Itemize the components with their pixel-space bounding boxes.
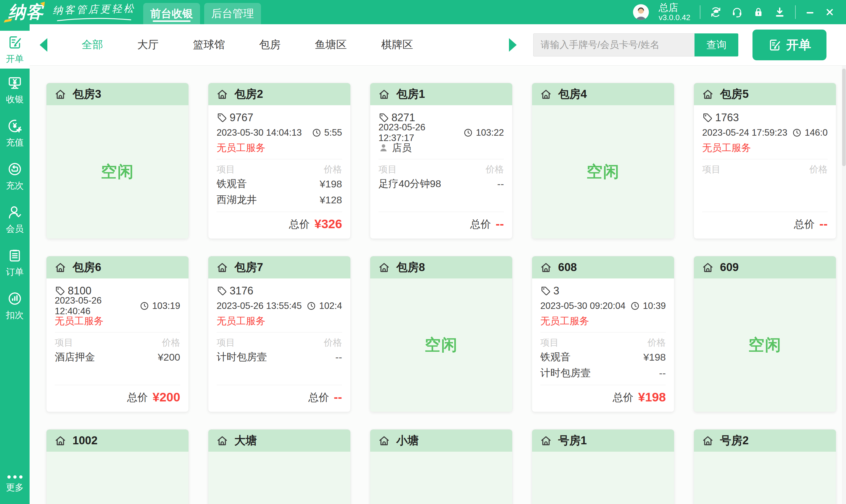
price-col-label: 价格 bbox=[324, 163, 342, 176]
sidebar-item-more[interactable]: 更多 bbox=[0, 467, 30, 502]
room-card[interactable]: 包房2 9767 2023-05-30 14:04:13 5:55 无员工服务 … bbox=[208, 83, 351, 239]
sync-icon[interactable] bbox=[710, 6, 722, 18]
category-list: 全部 大厅 篮球馆 包房 鱼塘区 棋牌区 bbox=[82, 38, 413, 52]
sidebar-item-充值[interactable]: 充值 bbox=[0, 112, 30, 155]
divider bbox=[217, 332, 342, 332]
order-item-row: 计时包房壹 -- bbox=[217, 349, 342, 365]
category-tab-全部[interactable]: 全部 bbox=[82, 38, 103, 52]
sidebar-item-会员[interactable]: 会员 bbox=[0, 198, 30, 241]
order-item-price: -- bbox=[335, 352, 342, 363]
item-col-label: 项目 bbox=[540, 336, 559, 349]
category-tab-鱼塘区[interactable]: 鱼塘区 bbox=[315, 38, 347, 52]
room-card[interactable]: 609 空闲 bbox=[694, 256, 836, 412]
item-column-headers: 项目 价格 bbox=[540, 336, 666, 349]
room-idle-body: 空闲 bbox=[694, 278, 836, 412]
category-tab-大厅[interactable]: 大厅 bbox=[137, 38, 159, 52]
home-icon bbox=[378, 434, 390, 447]
category-tab-包房[interactable]: 包房 bbox=[259, 38, 280, 52]
sidebar-items: 开单 收银 充值 充次 会员 订单 扣次 bbox=[0, 31, 30, 327]
slogan-underline-swoosh bbox=[56, 17, 133, 22]
room-name: 608 bbox=[558, 261, 577, 274]
room-card[interactable]: 包房5 1763 2023-05-24 17:59:23 146:0 无员工服务… bbox=[694, 83, 836, 239]
room-card-header: 大塘 bbox=[208, 430, 350, 452]
sidebar-item-充次[interactable]: 充次 bbox=[0, 155, 30, 198]
order-item-name: 铁观音 bbox=[217, 177, 247, 191]
download-icon[interactable] bbox=[774, 6, 785, 18]
sidebar-item-开单[interactable]: 开单 bbox=[0, 31, 30, 69]
room-card[interactable]: 包房3 空闲 bbox=[46, 83, 189, 239]
open-time: 2023-05-24 17:59:23 bbox=[702, 127, 788, 138]
category-tabs: 全部 大厅 篮球馆 包房 鱼塘区 棋牌区 bbox=[40, 38, 517, 52]
divider bbox=[378, 212, 504, 212]
sidebar-item-label: 充次 bbox=[6, 180, 24, 192]
total-value: -- bbox=[496, 217, 504, 231]
room-card[interactable]: 1002 空闲 bbox=[46, 429, 189, 504]
room-card[interactable]: 包房7 3176 2023-05-26 13:55:45 102:4 无员工服务… bbox=[208, 256, 351, 412]
open-time-row: 2023-05-30 09:20:04 10:39 bbox=[540, 299, 666, 313]
clock-icon bbox=[630, 301, 640, 311]
divider bbox=[702, 159, 828, 159]
sidebar-item-订单[interactable]: 订单 bbox=[0, 241, 30, 284]
duration-value: 10:39 bbox=[643, 301, 666, 311]
vertical-scrollbar[interactable] bbox=[842, 66, 846, 504]
close-icon[interactable] bbox=[825, 7, 835, 17]
sidebar-item-扣次[interactable]: 扣次 bbox=[0, 284, 30, 327]
divider bbox=[217, 159, 342, 159]
divider bbox=[55, 385, 180, 385]
order-item-price: ¥128 bbox=[320, 194, 342, 206]
open-bill-button[interactable]: 开单 bbox=[753, 30, 827, 60]
item-column-headers: 项目 价格 bbox=[217, 163, 342, 176]
ellipsis-icon bbox=[7, 475, 22, 479]
room-card-header: 609 bbox=[694, 256, 836, 278]
total-row: 总价 -- bbox=[702, 216, 828, 233]
no-staff-notice: 无员工服务 bbox=[540, 313, 666, 329]
bill-icon bbox=[7, 35, 22, 50]
room-busy-body: 9767 2023-05-30 14:04:13 5:55 无员工服务 项目 价… bbox=[208, 105, 350, 238]
room-card[interactable]: 包房1 8271 2023-05-26 12:37:17 103:22 店员 项… bbox=[370, 83, 513, 239]
room-card[interactable]: 号房1 空闲 bbox=[532, 429, 674, 504]
hand-tag-number: 9767 bbox=[230, 111, 253, 124]
room-card[interactable]: 608 3 2023-05-30 09:20:04 10:39 无员工服务 项目… bbox=[532, 256, 674, 412]
room-card[interactable]: 小塘 空闲 bbox=[370, 429, 513, 504]
idle-label: 空闲 bbox=[101, 161, 134, 183]
room-busy-body: 3176 2023-05-26 13:55:45 102:4 无员工服务 项目 … bbox=[208, 278, 350, 412]
order-item-price: ¥198 bbox=[643, 352, 666, 363]
tab-front-cashier[interactable]: 前台收银 bbox=[143, 3, 200, 24]
tag-icon bbox=[702, 112, 713, 123]
lock-icon[interactable] bbox=[753, 6, 764, 18]
clock-icon bbox=[140, 301, 149, 311]
category-tab-篮球馆[interactable]: 篮球馆 bbox=[193, 38, 225, 52]
room-idle-body: 空闲 bbox=[532, 452, 674, 504]
times-recharge-icon bbox=[7, 161, 22, 177]
avatar[interactable] bbox=[633, 4, 649, 20]
room-grid-area: 包房3 空闲 包房2 9767 2023-05-30 14:04:13 5:55… bbox=[30, 66, 846, 504]
query-button[interactable]: 查询 bbox=[694, 33, 738, 56]
item-col-label: 项目 bbox=[217, 163, 235, 176]
home-icon bbox=[378, 261, 390, 274]
customer-service-icon[interactable] bbox=[731, 6, 743, 18]
price-col-label: 价格 bbox=[162, 336, 180, 349]
room-card[interactable]: 号房2 空闲 bbox=[694, 429, 836, 504]
room-card[interactable]: 大塘 空闲 bbox=[208, 429, 351, 504]
room-card[interactable]: 包房6 8100 2023-05-26 12:40:46 103:19 无员工服… bbox=[46, 256, 189, 412]
room-card[interactable]: 包房8 空闲 bbox=[370, 256, 513, 412]
room-idle-body: 空闲 bbox=[694, 452, 836, 504]
scrollbar-thumb[interactable] bbox=[842, 69, 846, 166]
minimize-icon[interactable] bbox=[805, 7, 815, 17]
search-group: 查询 bbox=[533, 33, 738, 56]
order-item-row: 计时包房壹 -- bbox=[540, 365, 666, 381]
brand-slogan: 纳客管店更轻松 bbox=[53, 3, 136, 22]
sidebar-item-收银[interactable]: 收银 bbox=[0, 69, 30, 112]
room-card-grid: 包房3 空闲 包房2 9767 2023-05-30 14:04:13 5:55… bbox=[30, 66, 846, 504]
tab-backoffice[interactable]: 后台管理 bbox=[204, 3, 261, 24]
home-icon bbox=[702, 261, 714, 274]
search-input[interactable] bbox=[533, 33, 694, 56]
scroll-left-icon[interactable] bbox=[40, 38, 47, 52]
room-name: 包房1 bbox=[396, 87, 425, 102]
sidebar-item-label: 更多 bbox=[6, 482, 24, 494]
room-card[interactable]: 包房4 空闲 bbox=[532, 83, 674, 239]
category-tab-棋牌区[interactable]: 棋牌区 bbox=[381, 38, 413, 52]
store-name: 总店 bbox=[659, 2, 690, 13]
open-time: 2023-05-30 09:20:04 bbox=[540, 301, 625, 311]
scroll-right-icon[interactable] bbox=[509, 38, 517, 52]
